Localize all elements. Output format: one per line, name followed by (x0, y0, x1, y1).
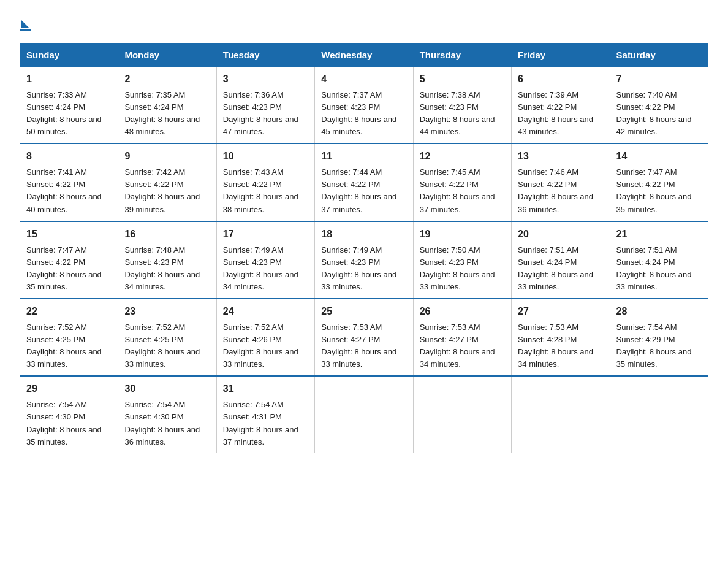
day-number: 26 (420, 304, 505, 320)
day-number: 9 (124, 149, 210, 164)
day-number: 19 (420, 227, 505, 242)
calendar-cell: 4Sunrise: 7:37 AMSunset: 4:23 PMDaylight… (315, 67, 413, 144)
calendar-cell: 6Sunrise: 7:39 AMSunset: 4:22 PMDaylight… (512, 67, 610, 144)
calendar-cell: 7Sunrise: 7:40 AMSunset: 4:22 PMDaylight… (610, 67, 708, 144)
day-number: 20 (518, 227, 603, 242)
header-monday: Monday (118, 44, 216, 67)
calendar-cell (512, 376, 610, 453)
day-info: Sunrise: 7:53 AMSunset: 4:28 PMDaylight:… (518, 323, 593, 369)
calendar-cell: 9Sunrise: 7:42 AMSunset: 4:22 PMDaylight… (118, 144, 216, 221)
calendar-cell: 1Sunrise: 7:33 AMSunset: 4:24 PMDaylight… (20, 67, 118, 144)
calendar-cell: 21Sunrise: 7:51 AMSunset: 4:24 PMDayligh… (610, 221, 708, 299)
calendar-cell: 5Sunrise: 7:38 AMSunset: 4:23 PMDaylight… (413, 67, 511, 144)
calendar-cell: 10Sunrise: 7:43 AMSunset: 4:22 PMDayligh… (216, 144, 314, 221)
day-number: 7 (616, 72, 702, 87)
day-info: Sunrise: 7:49 AMSunset: 4:23 PMDaylight:… (321, 245, 396, 291)
day-number: 27 (518, 304, 603, 320)
day-number: 3 (223, 72, 308, 87)
calendar-table: SundayMondayTuesdayWednesdayThursdayFrid… (20, 43, 708, 453)
calendar-week-1: 1Sunrise: 7:33 AMSunset: 4:24 PMDaylight… (20, 67, 708, 144)
calendar-cell: 11Sunrise: 7:44 AMSunset: 4:22 PMDayligh… (315, 144, 413, 221)
day-number: 1 (26, 72, 112, 87)
calendar-cell: 23Sunrise: 7:52 AMSunset: 4:25 PMDayligh… (118, 299, 216, 376)
calendar-cell: 28Sunrise: 7:54 AMSunset: 4:29 PMDayligh… (610, 299, 708, 376)
calendar-cell: 30Sunrise: 7:54 AMSunset: 4:30 PMDayligh… (118, 376, 216, 453)
calendar-cell: 8Sunrise: 7:41 AMSunset: 4:22 PMDaylight… (20, 144, 118, 221)
day-number: 6 (518, 72, 603, 87)
calendar-cell: 3Sunrise: 7:36 AMSunset: 4:23 PMDaylight… (216, 67, 314, 144)
day-number: 16 (124, 227, 210, 242)
calendar-week-2: 8Sunrise: 7:41 AMSunset: 4:22 PMDaylight… (20, 144, 708, 221)
calendar-cell: 20Sunrise: 7:51 AMSunset: 4:24 PMDayligh… (512, 221, 610, 299)
day-info: Sunrise: 7:52 AMSunset: 4:25 PMDaylight:… (26, 323, 102, 369)
day-number: 14 (616, 149, 702, 164)
day-info: Sunrise: 7:48 AMSunset: 4:23 PMDaylight:… (124, 245, 200, 291)
day-number: 12 (420, 149, 505, 164)
day-info: Sunrise: 7:54 AMSunset: 4:29 PMDaylight:… (616, 323, 692, 369)
day-number: 10 (223, 149, 308, 164)
header-thursday: Thursday (413, 44, 511, 67)
calendar-cell: 15Sunrise: 7:47 AMSunset: 4:22 PMDayligh… (20, 221, 118, 299)
day-number: 18 (321, 227, 406, 242)
logo (20, 15, 31, 32)
calendar-week-5: 29Sunrise: 7:54 AMSunset: 4:30 PMDayligh… (20, 376, 708, 453)
header-tuesday: Tuesday (216, 44, 314, 67)
day-number: 29 (26, 381, 112, 397)
day-info: Sunrise: 7:39 AMSunset: 4:22 PMDaylight:… (518, 90, 593, 136)
day-number: 23 (124, 304, 210, 320)
day-number: 2 (124, 72, 210, 87)
calendar-cell: 12Sunrise: 7:45 AMSunset: 4:22 PMDayligh… (413, 144, 511, 221)
day-info: Sunrise: 7:36 AMSunset: 4:23 PMDaylight:… (223, 90, 298, 136)
day-info: Sunrise: 7:54 AMSunset: 4:30 PMDaylight:… (124, 400, 200, 446)
calendar-cell (315, 376, 413, 453)
calendar-cell: 16Sunrise: 7:48 AMSunset: 4:23 PMDayligh… (118, 221, 216, 299)
day-info: Sunrise: 7:44 AMSunset: 4:22 PMDaylight:… (321, 167, 396, 213)
day-number: 13 (518, 149, 603, 164)
day-info: Sunrise: 7:46 AMSunset: 4:22 PMDaylight:… (518, 167, 593, 213)
day-info: Sunrise: 7:54 AMSunset: 4:30 PMDaylight:… (26, 400, 102, 446)
day-info: Sunrise: 7:42 AMSunset: 4:22 PMDaylight:… (124, 167, 200, 213)
calendar-cell: 22Sunrise: 7:52 AMSunset: 4:25 PMDayligh… (20, 299, 118, 376)
day-info: Sunrise: 7:51 AMSunset: 4:24 PMDaylight:… (518, 245, 593, 291)
day-info: Sunrise: 7:40 AMSunset: 4:22 PMDaylight:… (616, 90, 692, 136)
day-info: Sunrise: 7:38 AMSunset: 4:23 PMDaylight:… (420, 90, 495, 136)
calendar-cell: 24Sunrise: 7:52 AMSunset: 4:26 PMDayligh… (216, 299, 314, 376)
day-info: Sunrise: 7:53 AMSunset: 4:27 PMDaylight:… (321, 323, 396, 369)
day-info: Sunrise: 7:43 AMSunset: 4:22 PMDaylight:… (223, 167, 298, 213)
day-info: Sunrise: 7:51 AMSunset: 4:24 PMDaylight:… (616, 245, 692, 291)
header-wednesday: Wednesday (315, 44, 413, 67)
day-info: Sunrise: 7:35 AMSunset: 4:24 PMDaylight:… (124, 90, 200, 136)
day-info: Sunrise: 7:52 AMSunset: 4:26 PMDaylight:… (223, 323, 298, 369)
calendar-cell: 27Sunrise: 7:53 AMSunset: 4:28 PMDayligh… (512, 299, 610, 376)
day-number: 25 (321, 304, 406, 320)
header-friday: Friday (512, 44, 610, 67)
calendar-body: 1Sunrise: 7:33 AMSunset: 4:24 PMDaylight… (20, 67, 708, 453)
calendar-cell (610, 376, 708, 453)
calendar-week-3: 15Sunrise: 7:47 AMSunset: 4:22 PMDayligh… (20, 221, 708, 299)
day-number: 31 (223, 381, 308, 397)
calendar-cell: 19Sunrise: 7:50 AMSunset: 4:23 PMDayligh… (413, 221, 511, 299)
day-number: 15 (26, 227, 112, 242)
calendar-cell: 17Sunrise: 7:49 AMSunset: 4:23 PMDayligh… (216, 221, 314, 299)
day-info: Sunrise: 7:37 AMSunset: 4:23 PMDaylight:… (321, 90, 396, 136)
calendar-cell: 2Sunrise: 7:35 AMSunset: 4:24 PMDaylight… (118, 67, 216, 144)
day-number: 30 (124, 381, 210, 397)
header (20, 15, 708, 32)
day-info: Sunrise: 7:47 AMSunset: 4:22 PMDaylight:… (616, 167, 692, 213)
calendar-header: SundayMondayTuesdayWednesdayThursdayFrid… (20, 44, 708, 67)
day-number: 22 (26, 304, 112, 320)
day-number: 17 (223, 227, 308, 242)
day-number: 4 (321, 72, 406, 87)
day-info: Sunrise: 7:45 AMSunset: 4:22 PMDaylight:… (420, 167, 495, 213)
day-info: Sunrise: 7:49 AMSunset: 4:23 PMDaylight:… (223, 245, 298, 291)
calendar-cell: 14Sunrise: 7:47 AMSunset: 4:22 PMDayligh… (610, 144, 708, 221)
day-info: Sunrise: 7:53 AMSunset: 4:27 PMDaylight:… (420, 323, 495, 369)
calendar-cell: 29Sunrise: 7:54 AMSunset: 4:30 PMDayligh… (20, 376, 118, 453)
day-number: 11 (321, 149, 406, 164)
header-saturday: Saturday (610, 44, 708, 67)
day-info: Sunrise: 7:41 AMSunset: 4:22 PMDaylight:… (26, 167, 102, 213)
day-info: Sunrise: 7:52 AMSunset: 4:25 PMDaylight:… (124, 323, 200, 369)
day-info: Sunrise: 7:47 AMSunset: 4:22 PMDaylight:… (26, 245, 102, 291)
day-number: 8 (26, 149, 112, 164)
day-number: 5 (420, 72, 505, 87)
